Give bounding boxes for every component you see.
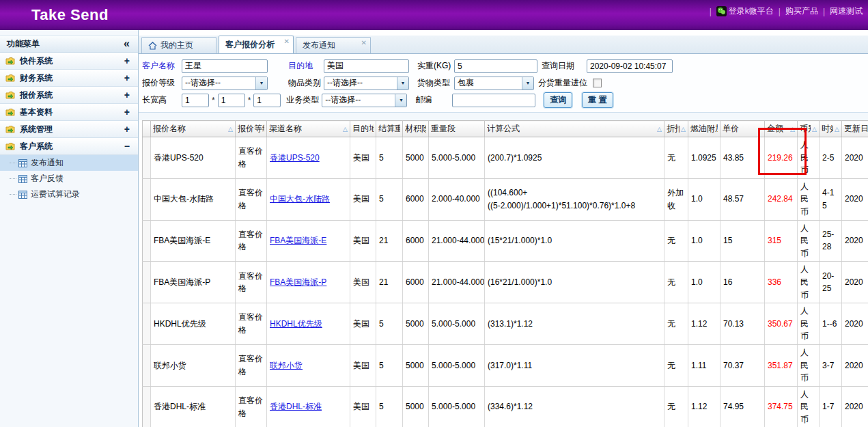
channel-link[interactable]: FBA美国海派-E xyxy=(270,236,326,245)
col-header-currency[interactable]: 币别△ xyxy=(798,121,820,137)
expand-toggle-icon[interactable]: + xyxy=(124,55,130,66)
col-header-updated[interactable]: 更新日期 xyxy=(842,121,868,137)
collapse-sidebar-icon[interactable]: « xyxy=(124,38,130,49)
quotes-table: 报价名称△报价等级渠道名称△目的地结算重量材积除重量段计算公式△折扣△燃油附加费… xyxy=(142,120,868,427)
channel-link[interactable]: 联邦小货 xyxy=(270,361,303,370)
top-link[interactable]: 购买产品 xyxy=(785,5,818,17)
chevron-down-icon[interactable]: ▼ xyxy=(397,77,408,89)
table-icon xyxy=(18,175,27,183)
tab-0[interactable]: 我的主页 xyxy=(141,37,216,53)
expand-toggle-icon[interactable]: + xyxy=(124,107,130,118)
col-header-name[interactable]: 报价名称△ xyxy=(151,121,236,137)
cell-spacer xyxy=(143,344,151,386)
height-input[interactable] xyxy=(253,94,281,107)
sort-icon[interactable]: △ xyxy=(341,126,348,133)
col-header-discount[interactable]: 折扣△ xyxy=(664,121,688,137)
channel-link[interactable]: 香港UPS-520 xyxy=(270,153,320,163)
cargo-type-select[interactable]: 包裹 ▼ xyxy=(454,77,534,90)
sort-icon[interactable]: △ xyxy=(680,126,686,133)
sidebar-subitem-2[interactable]: 运费试算记录 xyxy=(0,187,138,202)
cell-name: 香港DHL-标准 xyxy=(151,386,236,427)
folder-icon xyxy=(5,74,16,83)
sidebar-item-2[interactable]: 报价系统+ xyxy=(0,87,138,104)
expand-toggle-icon[interactable]: − xyxy=(124,141,130,152)
col-header-range[interactable]: 重量段 xyxy=(429,121,485,137)
channel-link[interactable]: 香港DHL-标准 xyxy=(270,402,322,411)
close-icon[interactable]: ✕ xyxy=(284,38,290,45)
width-input[interactable] xyxy=(218,94,245,107)
table-row: FBA美国海派-E直客价格FBA美国海派-E美国21600021.000-44.… xyxy=(143,220,868,262)
sidebar-item-4[interactable]: 系统管理+ xyxy=(0,121,138,138)
col-header-settle[interactable]: 结算重量 xyxy=(376,121,403,137)
channel-link[interactable]: 中国大包-水陆路 xyxy=(270,194,330,204)
query-date-input[interactable] xyxy=(587,59,673,73)
channel-link[interactable]: FBA美国海派-P xyxy=(270,277,326,287)
search-button[interactable]: 查询 xyxy=(544,92,572,108)
sidebar-subitem-0[interactable]: 发布通知 xyxy=(0,155,138,171)
dimensions-label: 长宽高 xyxy=(142,94,182,106)
col-header-unit[interactable]: 单价 xyxy=(720,121,765,137)
sort-icon[interactable]: △ xyxy=(811,126,817,133)
expand-toggle-icon[interactable]: + xyxy=(124,89,130,100)
top-link[interactable]: 网速测试 xyxy=(830,5,863,17)
cell-settle: 5 xyxy=(376,344,403,386)
cell-grade: 直客价格 xyxy=(236,262,267,303)
table-row: 中国大包-水陆路直客价格中国大包-水陆路美国560002.000-40.000(… xyxy=(143,178,868,220)
cell-spacer xyxy=(143,262,151,303)
cell-grade: 直客价格 xyxy=(236,344,267,386)
sort-icon[interactable]: △ xyxy=(789,126,795,133)
home-icon xyxy=(148,42,157,50)
sidebar-item-0[interactable]: 快件系统+ xyxy=(0,53,138,70)
sort-icon[interactable]: △ xyxy=(833,126,839,133)
expand-toggle-icon[interactable]: + xyxy=(124,124,130,135)
cell-fuel: 1.11 xyxy=(688,344,720,386)
cell-unit: 16 xyxy=(720,262,765,303)
chevron-down-icon[interactable]: ▼ xyxy=(255,77,267,89)
cell-name: FBA美国海派-P xyxy=(151,262,236,303)
quote-grade-select[interactable]: --请选择-- ▼ xyxy=(182,77,268,90)
table-row: FBA美国海派-P直客价格FBA美国海派-P美国21600021.000-44.… xyxy=(143,262,868,303)
cell-unit: 70.13 xyxy=(720,303,765,345)
col-header-dest[interactable]: 目的地 xyxy=(350,121,376,137)
zip-input[interactable] xyxy=(452,94,535,107)
cell-amount: 315 xyxy=(765,220,798,262)
length-input[interactable] xyxy=(182,94,209,107)
item-type-label: 物品类别 xyxy=(288,77,324,89)
sidebar-subitem-1[interactable]: 客户反馈 xyxy=(0,171,138,187)
col-header-amount[interactable]: 金额△ xyxy=(765,121,798,137)
channel-link[interactable]: HKDHL优先级 xyxy=(270,319,322,329)
chevron-down-icon[interactable]: ▼ xyxy=(395,94,406,107)
cell-name: 中国大包-水陆路 xyxy=(151,178,236,220)
cell-updated: 2020 xyxy=(842,262,868,303)
sort-icon[interactable]: △ xyxy=(656,126,662,133)
destination-input[interactable] xyxy=(324,59,409,73)
reset-button[interactable]: 重 置 xyxy=(582,92,613,108)
col-header-channel[interactable]: 渠道名称△ xyxy=(267,121,350,137)
form-table-gap xyxy=(139,113,868,120)
customer-name-input[interactable] xyxy=(182,59,268,73)
item-type-select[interactable]: --请选择-- ▼ xyxy=(324,77,409,90)
split-weight-checkbox[interactable] xyxy=(593,79,602,87)
chevron-down-icon[interactable]: ▼ xyxy=(522,77,533,89)
sidebar-header: 功能菜单 « xyxy=(0,35,138,53)
sidebar-item-5[interactable]: 客户系统− xyxy=(0,138,138,155)
col-header-vol[interactable]: 材积除 xyxy=(403,121,429,137)
col-header-grade[interactable]: 报价等级 xyxy=(236,121,267,137)
col-header-fuel[interactable]: 燃油附加费 xyxy=(688,121,720,137)
expand-toggle-icon[interactable]: + xyxy=(124,72,130,83)
tab-2[interactable]: 发布通知✕ xyxy=(296,37,371,53)
col-header-formula[interactable]: 计算公式△ xyxy=(485,121,664,137)
sidebar-item-3[interactable]: 基本资料+ xyxy=(0,104,138,121)
top-link[interactable]: 登录k微平台 xyxy=(716,5,774,17)
sort-icon[interactable]: △ xyxy=(227,126,233,133)
cell-grade: 直客价格 xyxy=(236,137,267,179)
tab-1[interactable]: 客户报价分析✕ xyxy=(219,36,294,53)
close-icon[interactable]: ✕ xyxy=(361,39,367,46)
cell-settle: 5 xyxy=(376,303,403,345)
cell-spacer xyxy=(143,386,151,427)
table-icon xyxy=(18,191,27,199)
sidebar-item-1[interactable]: 财务系统+ xyxy=(0,70,138,87)
biz-type-select[interactable]: --请选择-- ▼ xyxy=(322,94,407,107)
col-header-lead[interactable]: 时效△ xyxy=(820,121,842,137)
weight-input[interactable] xyxy=(454,59,537,73)
